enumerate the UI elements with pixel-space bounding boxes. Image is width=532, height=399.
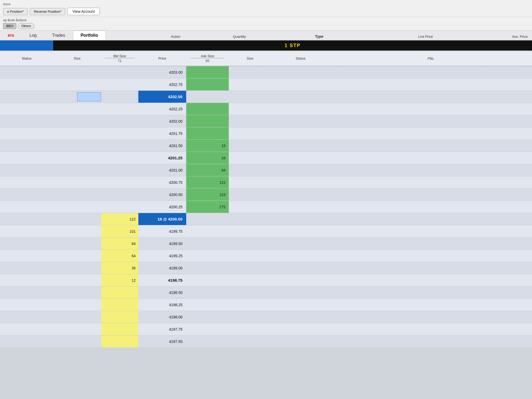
cell-status-right [271, 91, 330, 103]
cell-size-left [53, 103, 101, 115]
cell-pnl [330, 238, 532, 250]
cell-size-right [229, 115, 271, 127]
cell-price[interactable]: 4201.25 [138, 152, 186, 164]
cell-size-right [229, 250, 271, 262]
table-row[interactable]: 4202.25 [0, 103, 532, 115]
table-row[interactable]: 12218 @ 4200.00 [0, 213, 532, 225]
table-row[interactable]: 4198.50 [0, 286, 532, 299]
cell-status-right [271, 286, 330, 298]
tab-portfolio[interactable]: Portfolio [73, 31, 106, 40]
cell-size-left [53, 323, 101, 335]
table-row[interactable]: 4201.2534 [0, 152, 532, 164]
cell-price[interactable]: 4197.75 [138, 323, 186, 335]
table-row[interactable]: 4202.75 [0, 78, 532, 91]
cell-size-left [53, 164, 101, 176]
tab-trades[interactable]: Trades [44, 31, 73, 40]
cell-bid-size [101, 127, 138, 139]
header-ask-size: Ask Size 65 [186, 54, 229, 63]
cell-status-left [0, 213, 53, 225]
cell-pnl [330, 225, 532, 237]
cell-price[interactable]: 4200.75 [138, 176, 186, 188]
active-order-action-cell [0, 40, 53, 51]
table-row[interactable]: 4200.25275 [0, 201, 532, 213]
table-row[interactable]: 4201.75 [0, 127, 532, 140]
cell-status-right [271, 127, 330, 139]
cell-size-left [53, 66, 101, 78]
cell-ask-size: 275 [186, 201, 229, 213]
cell-price[interactable]: 4202.00 [138, 115, 186, 127]
cell-status-left [0, 127, 53, 139]
cell-price[interactable]: 4202.75 [138, 78, 186, 90]
cell-size-right [229, 164, 271, 176]
cell-size-left [53, 213, 101, 225]
table-row[interactable]: 4202.00 [0, 115, 532, 127]
cell-price[interactable]: 4203.00 [138, 66, 186, 78]
table-row[interactable]: 4197.50 [0, 335, 532, 348]
cell-bid-size [101, 91, 138, 103]
cell-status-right [271, 311, 330, 323]
bid-input-box[interactable] [77, 92, 101, 101]
deep-book-others-button[interactable]: Others [18, 23, 34, 29]
cell-size-right [229, 274, 271, 286]
cell-ask-size [186, 127, 229, 139]
table-row[interactable]: 844199.50 [0, 238, 532, 250]
tab-log[interactable]: Log [22, 31, 44, 40]
cell-bid-size [101, 115, 138, 127]
cell-price[interactable]: 4198.75 [138, 274, 186, 286]
cell-status-left [0, 225, 53, 237]
cell-price[interactable]: 4198.25 [138, 299, 186, 311]
cell-price[interactable]: 4198.50 [138, 286, 186, 298]
cell-bid-size [101, 311, 138, 323]
table-row[interactable]: 4202.50 [0, 91, 532, 103]
cell-price[interactable]: 18 @ 4200.00 [138, 213, 186, 225]
cell-price[interactable]: 4197.50 [138, 335, 186, 347]
cell-price[interactable]: 4199.25 [138, 250, 186, 262]
table-row[interactable]: 4201.5015 [0, 140, 532, 152]
close-position-button[interactable]: e Position* [3, 8, 28, 15]
cell-bid-size [101, 164, 138, 176]
table-row[interactable]: 4200.75122 [0, 176, 532, 189]
cell-size-left [53, 115, 101, 127]
view-account-button[interactable]: View Account [67, 8, 100, 15]
cell-price[interactable]: 4202.25 [138, 103, 186, 115]
cell-price[interactable]: 4199.00 [138, 262, 186, 274]
cell-price[interactable]: 4201.50 [138, 140, 186, 152]
table-row[interactable]: 124198.75 [0, 274, 532, 286]
cell-bid-size [101, 103, 138, 115]
toolbar-title-label: tions [3, 2, 10, 6]
cell-status-left [0, 91, 53, 103]
table-row[interactable]: 4200.50215 [0, 189, 532, 201]
deep-book-ibex-button[interactable]: IBEX [3, 23, 16, 29]
cell-price[interactable]: 4198.00 [138, 311, 186, 323]
cell-price[interactable]: 4200.50 [138, 189, 186, 201]
table-row[interactable]: 4198.00 [0, 311, 532, 323]
cell-price[interactable]: 4199.75 [138, 225, 186, 237]
cell-status-right [271, 115, 330, 127]
table-row[interactable]: 1014199.75 [0, 225, 532, 238]
cell-pnl [330, 176, 532, 188]
table-row[interactable]: 4198.25 [0, 299, 532, 311]
table-row[interactable]: 4201.0084 [0, 164, 532, 176]
cell-status-right [271, 238, 330, 250]
cell-pnl [330, 164, 532, 176]
cell-price[interactable]: 4199.50 [138, 238, 186, 250]
cell-status-left [0, 311, 53, 323]
cell-size-right [229, 335, 271, 347]
ladder-header-row: Status Size Bid Size 71 Price Ask Size 6… [0, 51, 532, 66]
cell-price[interactable]: 4200.25 [138, 201, 186, 213]
cell-ask-size: 122 [186, 176, 229, 188]
tabs-section: ers Log Trades Portfolio Action Quantity… [0, 31, 532, 40]
table-row[interactable]: 4197.75 [0, 323, 532, 335]
cell-price[interactable]: 4202.50 [138, 91, 186, 103]
reverse-position-button[interactable]: Reverse Position* [30, 8, 65, 15]
table-row[interactable]: 4203.00 [0, 66, 532, 78]
cell-price[interactable]: 4201.00 [138, 164, 186, 176]
cell-price[interactable]: 4201.75 [138, 127, 186, 139]
cell-size-left [53, 335, 101, 347]
table-row[interactable]: 364199.00 [0, 262, 532, 274]
cell-size-left [53, 78, 101, 90]
cell-status-left [0, 274, 53, 286]
cell-status-left [0, 323, 53, 335]
table-row[interactable]: 644199.25 [0, 250, 532, 262]
tab-orders[interactable]: ers [0, 31, 22, 40]
